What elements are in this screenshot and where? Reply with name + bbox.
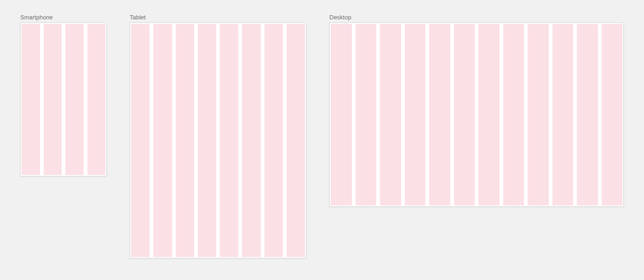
tablet-frame	[130, 23, 306, 258]
smartphone-frame	[20, 23, 107, 176]
grid-column	[454, 24, 475, 205]
smartphone-block: Smartphone	[20, 14, 107, 176]
grid-column	[287, 24, 305, 257]
grid-column	[22, 24, 40, 175]
grid-column	[198, 24, 216, 257]
grid-column	[220, 24, 238, 257]
smartphone-label: Smartphone	[20, 14, 107, 21]
grid-column	[264, 24, 283, 257]
grid-column	[242, 24, 260, 257]
grid-column	[153, 24, 172, 257]
desktop-frame	[329, 23, 624, 207]
grid-column	[380, 24, 401, 205]
grid-column	[528, 24, 549, 205]
tablet-label: Tablet	[130, 14, 306, 21]
grid-column	[602, 24, 623, 205]
grid-column	[577, 24, 598, 205]
tablet-block: Tablet	[130, 14, 306, 258]
grid-column	[87, 24, 106, 175]
grid-column	[429, 24, 450, 205]
grid-column	[405, 24, 426, 205]
grid-column	[478, 24, 500, 205]
grid-column	[331, 24, 352, 205]
grid-column	[131, 24, 150, 257]
desktop-label: Desktop	[329, 14, 624, 21]
responsive-grid-diagram: Smartphone Tablet Desktop	[20, 14, 624, 258]
grid-column	[503, 24, 524, 205]
grid-column	[176, 24, 194, 257]
desktop-block: Desktop	[329, 14, 624, 207]
grid-column	[552, 24, 574, 205]
grid-column	[356, 24, 377, 205]
grid-column	[44, 24, 62, 175]
grid-column	[65, 24, 84, 175]
